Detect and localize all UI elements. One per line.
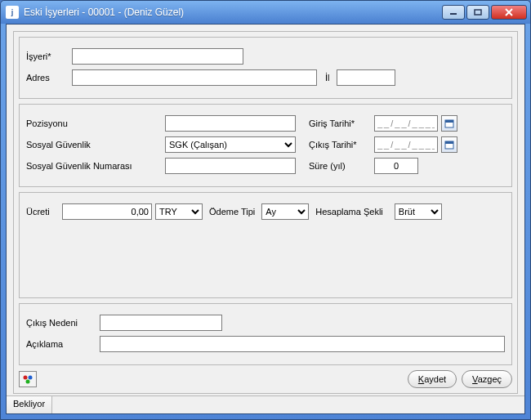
palette-icon — [22, 374, 33, 384]
close-icon — [504, 8, 514, 16]
cikis-calendar-button[interactable] — [441, 136, 457, 153]
sure-input[interactable] — [374, 158, 418, 174]
sure-label: Süre (yıl) — [309, 161, 374, 171]
calendar-icon — [444, 140, 454, 150]
minimize-button[interactable] — [442, 5, 465, 20]
app-icon: j — [6, 6, 19, 19]
cikis-nedeni-input[interactable] — [100, 315, 222, 331]
maximize-icon — [474, 9, 482, 16]
client-area: İşyeri* Adres İl Pozisyonu Giriş Tarihi* — [6, 24, 525, 414]
svg-point-9 — [29, 376, 33, 380]
minimize-icon — [449, 9, 457, 16]
calendar-icon — [444, 118, 454, 128]
pozisyon-input[interactable] — [165, 115, 296, 132]
status-text: Bekliyor — [7, 396, 52, 413]
group-workplace: İşyeri* Adres İl — [19, 37, 512, 99]
close-button[interactable] — [491, 5, 527, 20]
adres-label: Adres — [26, 73, 72, 83]
window-frame: j Eski İşyerleri - 00001 - (Deniz Güzel)… — [0, 0, 531, 420]
save-button[interactable]: Kaydet — [408, 370, 457, 388]
svg-point-10 — [26, 380, 30, 384]
pozisyon-label: Pozisyonu — [26, 118, 165, 128]
cikis-date-input[interactable] — [374, 136, 438, 153]
hesap-label: Hesaplama Şekli — [315, 207, 383, 217]
giris-label: Giriş Tarihi* — [309, 118, 374, 128]
group-notes: Çıkış Nedeni Açıklama — [19, 303, 512, 365]
svg-rect-0 — [450, 13, 457, 15]
svg-point-8 — [24, 376, 28, 380]
odeme-label: Ödeme Tipi — [209, 207, 255, 217]
il-input[interactable] — [337, 69, 395, 86]
footer: Kaydet Vazgeç — [19, 370, 512, 388]
adres-input[interactable] — [72, 69, 317, 86]
sgn-label: Sosyal Güvenlik Numarası — [26, 161, 165, 171]
il-label: İl — [325, 73, 337, 83]
giris-calendar-button[interactable] — [441, 115, 457, 132]
ucret-input[interactable] — [62, 203, 152, 220]
maximize-button[interactable] — [466, 5, 489, 20]
status-bar: Bekliyor — [7, 395, 524, 413]
panel: İşyeri* Adres İl Pozisyonu Giriş Tarihi* — [13, 31, 518, 394]
group-wage: Ücreti TRY Ödeme Tipi Ay Hesaplama Şekli… — [19, 192, 512, 298]
svg-rect-5 — [445, 120, 453, 123]
isyeri-input[interactable] — [72, 48, 243, 65]
currency-select[interactable]: TRY — [155, 203, 203, 220]
cancel-button[interactable]: Vazgeç — [462, 370, 512, 388]
giris-date-input[interactable] — [374, 115, 438, 132]
sg-label: Sosyal Güvenlik — [26, 140, 165, 150]
cikis-label: Çıkış Tarihi* — [309, 140, 374, 150]
aciklama-input[interactable] — [100, 336, 505, 352]
isyeri-label: İşyeri* — [26, 51, 72, 61]
sg-select[interactable]: SGK (Çalışan) — [165, 136, 296, 153]
svg-rect-1 — [475, 10, 481, 15]
sgn-input[interactable] — [165, 158, 296, 174]
hesap-select[interactable]: Brüt — [395, 203, 442, 220]
ucret-label: Ücreti — [26, 207, 62, 217]
svg-rect-7 — [445, 141, 453, 144]
cikis-nedeni-label: Çıkış Nedeni — [26, 318, 100, 328]
aciklama-label: Açıklama — [26, 339, 100, 349]
odeme-select[interactable]: Ay — [261, 203, 309, 220]
color-picker-button[interactable] — [19, 371, 37, 387]
titlebar: j Eski İşyerleri - 00001 - (Deniz Güzel) — [1, 1, 530, 24]
window-title: Eski İşyerleri - 00001 - (Deniz Güzel) — [24, 7, 440, 18]
group-employment: Pozisyonu Giriş Tarihi* Sosyal Güvenlik … — [19, 104, 512, 187]
